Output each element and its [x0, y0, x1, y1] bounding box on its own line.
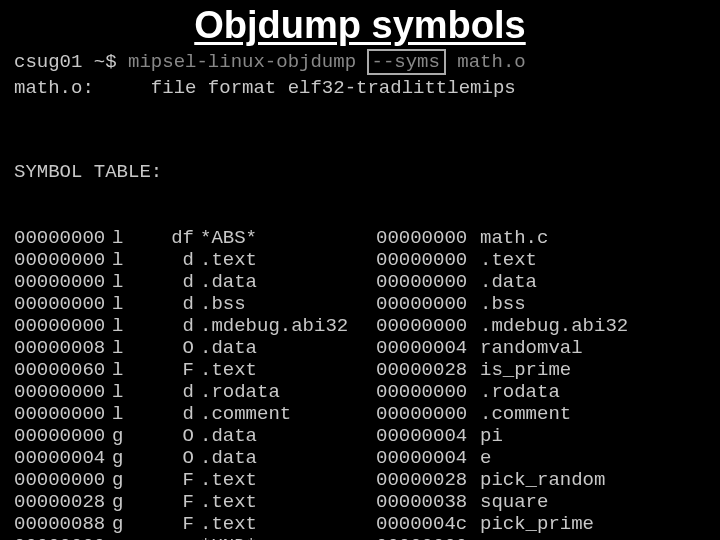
symbol-table-header: SYMBOL TABLE: [14, 161, 720, 183]
table-row: 00000000gF.text00000028pick_random [14, 469, 720, 491]
command-arg: math.o [446, 51, 526, 73]
symbol-table: SYMBOL TABLE: 00000000ldf*ABS*00000000ma… [14, 117, 720, 540]
table-row: 00000000ld.bss00000000.bss [14, 293, 720, 315]
table-row: 00000000ld.data00000000.data [14, 271, 720, 293]
table-row: 00000060lF.text00000028is_prime [14, 359, 720, 381]
table-row: 00000000ld.rodata00000000.rodata [14, 381, 720, 403]
table-row: 00000000ld.mdebug.abi3200000000.mdebug.a… [14, 315, 720, 337]
table-row: 00000000*UND*00000000username [14, 535, 720, 540]
table-row: 00000000ldf*ABS*00000000math.c [14, 227, 720, 249]
table-row: 00000008lO.data00000004randomval [14, 337, 720, 359]
table-row: 00000000gO.data00000004pi [14, 425, 720, 447]
command: mipsel-linux-objdump [128, 51, 367, 73]
table-row: 00000004gO.data00000004e [14, 447, 720, 469]
command-line: csug01 ~$ mipsel-linux-objdump --syms ma… [14, 49, 720, 75]
flag-highlight: --syms [367, 49, 445, 75]
table-row: 00000028gF.text00000038square [14, 491, 720, 513]
prompt: csug01 ~$ [14, 51, 128, 73]
file-format-line: math.o: file format elf32-tradlittlemips [14, 77, 720, 99]
slide-title: Objdump symbols [0, 4, 720, 47]
table-row: 00000000ld.comment00000000.comment [14, 403, 720, 425]
table-row: 00000000ld.text00000000.text [14, 249, 720, 271]
table-row: 00000088gF.text0000004cpick_prime [14, 513, 720, 535]
